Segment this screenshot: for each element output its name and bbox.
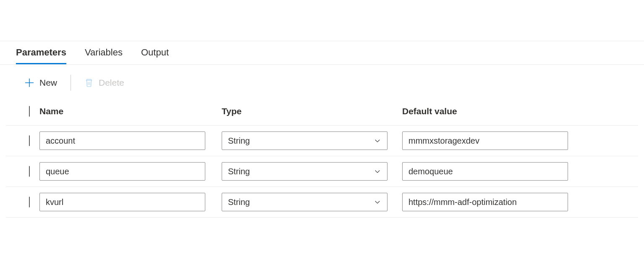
type-select[interactable]: String: [222, 193, 387, 211]
default-value-input[interactable]: [402, 162, 568, 181]
toolbar: New Delete: [0, 65, 644, 101]
toolbar-separator: [71, 75, 71, 91]
select-all-checkbox[interactable]: [29, 106, 30, 117]
type-select-value: String: [228, 197, 250, 207]
plus-icon: [24, 78, 34, 88]
default-value-input[interactable]: [402, 131, 568, 150]
header-type: Type: [222, 106, 241, 116]
delete-button-label: Delete: [99, 78, 124, 88]
trash-icon: [84, 78, 94, 87]
name-input[interactable]: [39, 162, 205, 181]
row-checkbox[interactable]: [29, 197, 30, 207]
type-select-value: String: [228, 136, 250, 146]
type-select[interactable]: String: [222, 131, 387, 150]
table-row: String: [6, 126, 638, 156]
type-select[interactable]: String: [222, 162, 387, 181]
tab-output[interactable]: Output: [141, 41, 169, 64]
name-input[interactable]: [39, 193, 205, 211]
row-checkbox[interactable]: [29, 166, 30, 177]
header-name: Name: [39, 106, 63, 116]
chevron-down-icon: [374, 198, 381, 206]
new-button[interactable]: New: [21, 76, 60, 89]
name-input[interactable]: [39, 131, 205, 150]
chevron-down-icon: [374, 168, 381, 175]
tab-variables[interactable]: Variables: [85, 41, 123, 64]
default-value-input[interactable]: [402, 193, 568, 211]
parameters-table: Name Type Default value String: [0, 101, 644, 218]
new-button-label: New: [39, 78, 57, 88]
table-row: String: [6, 156, 638, 187]
row-checkbox[interactable]: [29, 135, 30, 146]
delete-button[interactable]: Delete: [81, 76, 128, 89]
top-region: [0, 0, 644, 41]
chevron-down-icon: [374, 137, 381, 144]
table-header-row: Name Type Default value: [6, 101, 638, 126]
tab-bar: Parameters Variables Output: [0, 41, 644, 65]
table-row: String: [6, 187, 638, 218]
tab-parameters[interactable]: Parameters: [16, 41, 66, 64]
type-select-value: String: [228, 167, 250, 176]
header-default-value: Default value: [402, 106, 457, 116]
